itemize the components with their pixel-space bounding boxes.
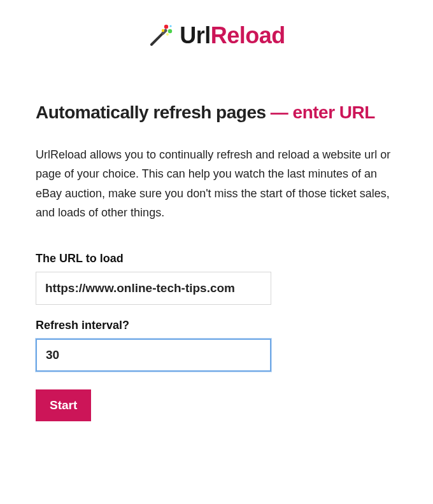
svg-point-4	[162, 29, 164, 32]
page-description: UrlReload allows you to continually refr…	[36, 145, 397, 223]
url-field-label: The URL to load	[36, 252, 397, 265]
magic-wand-icon	[148, 20, 176, 51]
brand-logo: UrlReload	[148, 20, 285, 51]
interval-field-group: Refresh interval?	[36, 319, 397, 372]
interval-input[interactable]	[36, 339, 271, 372]
page-headline: Automatically refresh pages — enter URL	[36, 102, 397, 123]
svg-point-2	[164, 25, 168, 29]
headline-accent: — enter URL	[271, 102, 375, 122]
interval-field-label: Refresh interval?	[36, 319, 397, 332]
start-button[interactable]: Start	[36, 389, 91, 421]
svg-point-3	[168, 29, 172, 33]
url-input[interactable]	[36, 272, 271, 305]
brand-name-second: Reload	[211, 22, 285, 48]
headline-main: Automatically refresh pages	[36, 102, 271, 122]
logo-area: UrlReload	[36, 20, 397, 51]
brand-name-first: Url	[180, 22, 211, 48]
svg-point-6	[170, 25, 172, 27]
url-field-group: The URL to load	[36, 252, 397, 305]
brand-name: UrlReload	[180, 22, 285, 49]
main-container: UrlReload Automatically refresh pages — …	[0, 0, 433, 447]
svg-point-5	[166, 33, 169, 36]
